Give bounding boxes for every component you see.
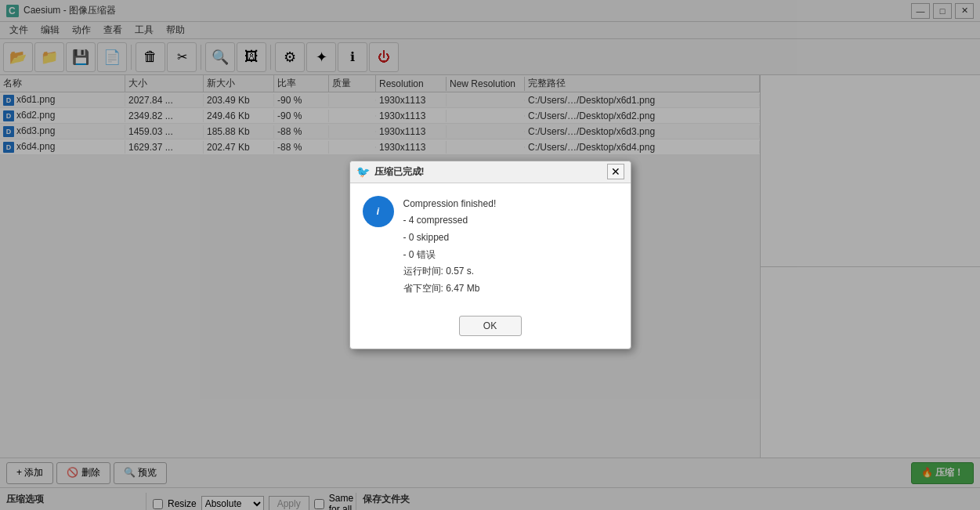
modal-message-line2: - 4 compressed <box>403 212 497 230</box>
ok-button[interactable]: OK <box>459 316 522 336</box>
modal-message: Compression finished! - 4 compressed - 0… <box>403 196 497 298</box>
modal-close-button[interactable]: ✕ <box>607 164 624 179</box>
modal-info-icon: i <box>363 196 394 227</box>
modal-app-icon: 🐦 <box>356 165 370 178</box>
compression-complete-modal: 🐦 压缩已完成! ✕ i Compression finished! - 4 c… <box>349 161 631 350</box>
modal-footer: OK <box>350 309 631 349</box>
modal-overlay: 🐦 压缩已完成! ✕ i Compression finished! - 4 c… <box>0 0 980 510</box>
modal-message-line1: Compression finished! <box>403 196 497 213</box>
modal-message-line5: 运行时间: 0.57 s. <box>403 263 497 280</box>
modal-titlebar: 🐦 压缩已完成! ✕ <box>350 161 631 183</box>
modal-message-line6: 省下空间: 6.47 Mb <box>403 280 497 298</box>
info-icon-letter: i <box>377 206 379 217</box>
modal-body: i Compression finished! - 4 compressed -… <box>350 183 631 310</box>
modal-title: 压缩已完成! <box>374 165 607 179</box>
modal-message-line4: - 0 错误 <box>403 247 497 264</box>
modal-message-line3: - 0 skipped <box>403 230 497 247</box>
